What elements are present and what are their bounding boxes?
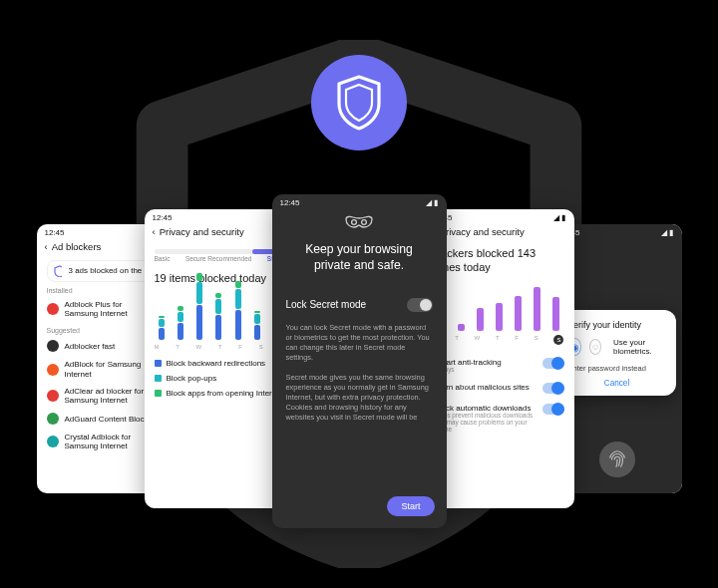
dialog-title: Verify your identity [568,320,666,330]
phone-showcase: 12:45◢ ▮ ‹ Ad blockers 3 ads blocked on … [0,194,718,528]
app-icon [47,340,59,352]
trackers-chart [435,281,564,331]
app-icon [47,413,59,425]
shield-icon [334,74,384,132]
setting-row[interactable]: Block automatic downloadsHelps prevent m… [435,399,564,439]
toggle[interactable] [542,383,564,394]
back-icon[interactable]: ‹ [153,226,156,237]
svg-point-1 [362,220,367,225]
hero-shield-badge [311,55,407,150]
back-icon[interactable]: ‹ [45,241,48,252]
app-icon [47,364,59,376]
verify-identity-dialog: Verify your identity ◉ ☺ Use your biomet… [558,310,676,396]
legend-item: Block pop-ups [155,371,284,386]
page-title: Privacy and security [440,226,525,237]
page-title: Privacy and security [160,226,244,237]
status-icons: ◢ ▮ [661,228,673,237]
blocked-headline: 19 items blocked today [155,272,284,284]
blocked-chart [155,290,284,340]
screen-trackers: 12:45◢ ▮ ‹ Privacy and security trackers… [425,209,574,508]
list-item[interactable]: AdClear ad blocker for Samsung Internet [47,383,157,409]
app-icon [47,436,59,447]
setting-row[interactable]: Warn about malicious sites [435,378,564,399]
app-icon [47,390,59,402]
dialog-sub: Use your biometrics. [613,338,665,356]
toggle[interactable] [542,358,564,369]
start-button[interactable]: Start [387,496,434,516]
fingerprint-sensor-icon[interactable] [599,441,635,477]
page-title: Ad blockers [52,241,102,252]
status-icons: ◢ ▮ [553,213,565,222]
legend-item: Block apps from opening Internet [155,386,284,401]
legend-item: Block backward redirections [155,356,284,371]
screen-secret-mode: 12:45◢ ▮ Keep your browsing private and … [272,194,447,528]
secret-para-1: You can lock Secret mode with a password… [272,318,447,368]
status-icons: ◢ ▮ [426,198,438,207]
trackers-headline: trackers blocked 143 times today [435,247,564,275]
secret-heading: Keep your browsing private and safe. [290,241,429,274]
protection-level-bar[interactable] [155,249,284,254]
list-item[interactable]: Crystal Adblock for Samsung Internet [47,429,157,454]
lock-secret-toggle[interactable] [407,298,433,312]
svg-point-0 [352,220,357,225]
list-item[interactable]: AdGuard Content Blocker [47,409,157,429]
lock-secret-label: Lock Secret mode [286,299,367,310]
setting-row[interactable]: Smart anti-trackingAlways [435,353,564,379]
list-item[interactable]: Adblocker fast [47,336,157,356]
cancel-button[interactable]: Cancel [568,379,666,388]
section-suggested: Suggested [47,327,157,334]
ads-blocked-banner: 3 ads blocked on the last page [68,266,149,275]
toggle[interactable] [542,404,564,415]
secret-para-2: Secret mode gives you the same browsing … [272,368,447,428]
shield-small-icon [54,265,63,277]
list-item[interactable]: Adblock Plus for Samsung Internet [47,296,157,322]
app-icon [47,303,59,315]
mask-icon [344,215,374,231]
face-option[interactable]: ☺ [589,339,601,355]
enter-password-link[interactable]: Enter password instead [568,364,666,373]
section-installed: Installed [47,287,157,294]
list-item[interactable]: AdBlock for Samsung Internet [47,356,157,382]
